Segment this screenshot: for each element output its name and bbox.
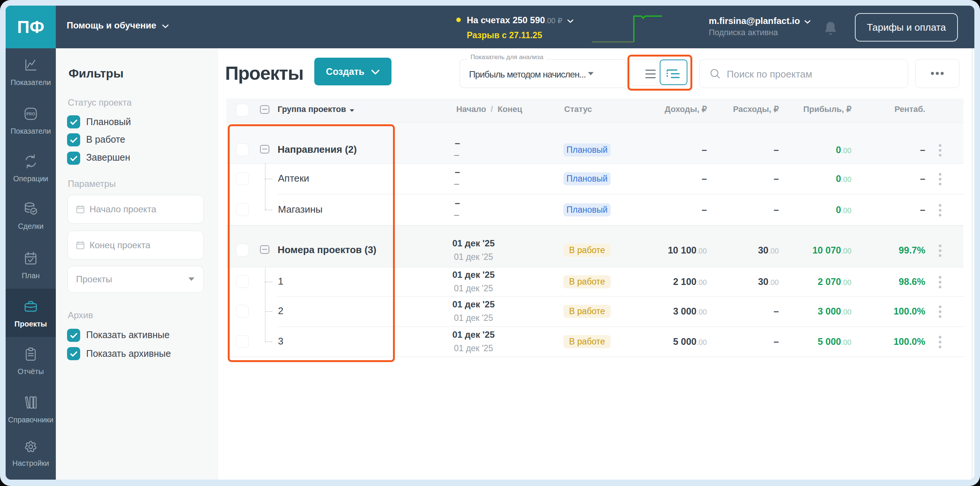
svg-text:PRO: PRO: [27, 111, 35, 116]
